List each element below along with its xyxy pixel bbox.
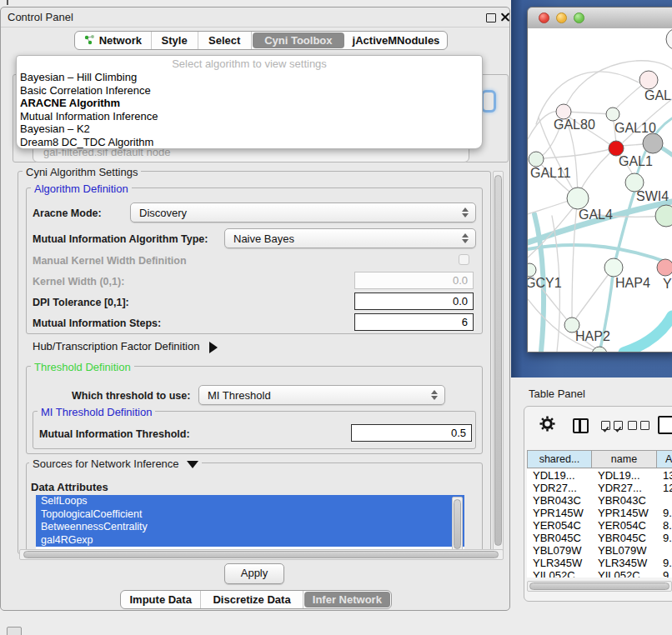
table-cell[interactable]: 13 [657, 469, 672, 482]
network-canvas[interactable]: GALGAL80GAL10GAL1GAL11SWI4GAL4GCY1HAP4YH… [528, 28, 672, 352]
algorithm-combo-focused[interactable] [481, 90, 496, 112]
tab-infer-network[interactable]: Infer Network [304, 592, 390, 608]
table-cell[interactable]: YER054C [527, 519, 592, 532]
column-header-third[interactable]: A [657, 450, 672, 468]
table-cell[interactable]: YLR345W [527, 557, 592, 569]
table-row[interactable]: YPR145WYPR145W9. [527, 507, 672, 519]
hub-section-toggle[interactable]: Hub/Transcription Factor Definition [33, 340, 218, 353]
table-cell[interactable] [657, 494, 672, 507]
data-attributes-list[interactable]: SelfLoopsTopologicalCoefficientBetweenne… [36, 495, 464, 553]
tab-network[interactable]: Network [75, 32, 152, 49]
minimized-panel-icon[interactable] [7, 627, 22, 635]
table-horizontal-scrollbar[interactable] [527, 581, 672, 592]
table-row[interactable]: YDR27...YDR27...12 [527, 482, 672, 494]
table-cell[interactable]: YDR27... [527, 482, 592, 494]
table-cell[interactable]: YBL079W [592, 544, 657, 557]
table-cell[interactable]: YBR045C [527, 532, 592, 544]
table-cell[interactable]: YIL052C [527, 569, 592, 578]
data-attribute-item[interactable]: gal4RGexp [36, 534, 464, 548]
close-icon[interactable] [499, 12, 510, 22]
table-cell[interactable]: 9. [657, 557, 672, 569]
network-node-hap4[interactable] [604, 258, 623, 277]
data-attribute-item[interactable]: TopologicalCoefficient [36, 508, 464, 522]
table-cell[interactable]: YPR145W [592, 507, 657, 519]
network-node[interactable] [655, 205, 672, 227]
sources-group-title[interactable]: Sources for Network Inference [29, 458, 202, 470]
tab-select[interactable]: Select [198, 32, 252, 49]
settings-vertical-scrollbar[interactable] [493, 171, 504, 554]
page-icon[interactable] [658, 416, 672, 434]
table-cell[interactable]: YBR043C [527, 494, 592, 507]
unchecked-columns-icon[interactable] [628, 421, 649, 430]
algorithm-option[interactable]: ARACNE Algorithm [20, 97, 479, 110]
table-cell[interactable]: 9. [657, 507, 672, 519]
minimize-traffic-light-icon[interactable] [556, 12, 567, 23]
kernel-width-field[interactable]: 0.0 [354, 272, 474, 289]
column-header-name[interactable]: name [592, 450, 657, 468]
float-window-icon[interactable] [486, 13, 496, 22]
table-row[interactable]: YBL079WYBL079W [527, 544, 672, 557]
table-cell[interactable]: 9 [657, 569, 672, 578]
table-cell[interactable]: 12 [657, 482, 672, 494]
table-row[interactable]: YDL19...YDL19...13 [527, 469, 672, 482]
apply-button[interactable]: Apply [224, 563, 284, 584]
table-body[interactable]: YDL19...YDL19...13YDR27...YDR27...12YBR0… [527, 469, 672, 578]
table-cell[interactable]: YIL052C [592, 569, 657, 578]
close-traffic-light-icon[interactable] [539, 12, 549, 23]
columns-icon[interactable] [573, 418, 589, 433]
tab-jactivemnodules[interactable]: jActiveMNodules [345, 32, 447, 49]
network-node-gal10[interactable] [606, 108, 619, 121]
mi-algorithm-type-combo[interactable]: Naive Bayes [224, 228, 476, 248]
network-window-titlebar[interactable] [528, 8, 672, 29]
aracne-mode-combo[interactable]: Discovery [130, 202, 476, 222]
algorithm-option[interactable]: Dream8 DC_TDC Algorithm [20, 136, 479, 149]
table-cell[interactable] [657, 544, 672, 557]
checked-columns-icon[interactable] [601, 421, 623, 430]
network-node-y[interactable] [657, 259, 672, 276]
attributes-list-scrollbar[interactable] [452, 497, 463, 552]
table-cell[interactable]: YBR043C [592, 494, 657, 507]
table-cell[interactable]: 9. [657, 532, 672, 544]
table-cell[interactable]: 8. [657, 519, 672, 532]
table-cell[interactable]: YDR27... [592, 482, 657, 494]
table-row[interactable]: YER054CYER054C8. [527, 519, 672, 532]
settings-horizontal-scrollbar[interactable] [19, 549, 504, 560]
data-attribute-item[interactable]: BetweennessCentrality [36, 521, 464, 534]
network-node[interactable] [643, 133, 663, 153]
network-node-gal4[interactable] [567, 188, 589, 209]
table-row[interactable]: YLR345WYLR345W9. [527, 557, 672, 569]
manual-kernel-checkbox[interactable] [459, 254, 469, 265]
data-attribute-item[interactable]: SelfLoops [36, 495, 464, 508]
gear-icon[interactable] [539, 416, 555, 435]
algorithm-option[interactable]: Mutual Information Inference [20, 110, 479, 123]
table-cell[interactable]: YDL19... [527, 469, 592, 482]
table-cell[interactable]: YPR145W [527, 507, 592, 519]
table-cell[interactable]: YBR045C [592, 532, 657, 544]
algorithm-option[interactable]: Bayesian – K2 [20, 122, 479, 136]
table-row[interactable]: YBR045CYBR045C9. [527, 532, 672, 544]
control-panel-tabbar: Network Style Select Cyni Toolbox jActiv… [74, 31, 448, 50]
network-node-gcy1[interactable] [528, 263, 536, 277]
table-row[interactable]: YBR043CYBR043C [527, 494, 672, 507]
network-node-gal[interactable] [639, 71, 658, 89]
table-cell[interactable]: YLR345W [592, 557, 657, 569]
table-cell[interactable]: YER054C [592, 519, 657, 532]
algorithm-option[interactable]: Basic Correlation Inference [20, 84, 479, 98]
algorithm-option[interactable]: Bayesian – Hill Climbing [20, 71, 479, 84]
tab-discretize-data[interactable]: Discretize Data [201, 591, 303, 608]
dpi-tolerance-field[interactable]: 0.0 [354, 292, 474, 310]
zoom-traffic-light-icon[interactable] [574, 12, 584, 23]
tab-impute-data[interactable]: Impute Data [121, 591, 201, 608]
network-node[interactable] [666, 28, 672, 50]
which-threshold-combo[interactable]: MI Threshold [198, 385, 445, 405]
table-cell[interactable]: YDL19... [592, 469, 657, 482]
mi-steps-field[interactable]: 6 [354, 313, 474, 331]
tab-style[interactable]: Style [152, 32, 198, 49]
network-node-gal11[interactable] [529, 152, 544, 167]
column-header-shared[interactable]: shared... [527, 450, 592, 468]
table-cell[interactable]: YBL079W [527, 544, 592, 557]
table-row[interactable]: YIL052CYIL052C9 [527, 569, 672, 578]
tab-cyni-toolbox[interactable]: Cyni Toolbox [253, 32, 344, 48]
bottom-tabbar: Impute Data Discretize Data Infer Networ… [120, 590, 392, 609]
mi-threshold-field[interactable]: 0.5 [351, 424, 472, 442]
